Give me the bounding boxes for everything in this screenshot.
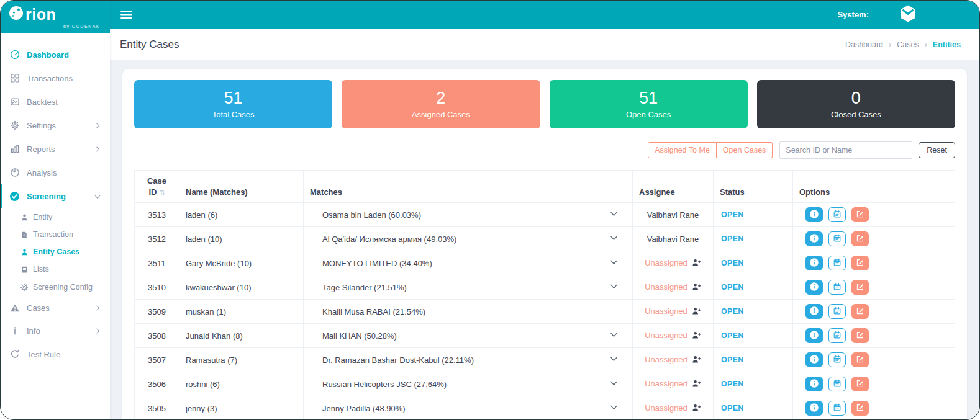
case-notes-button[interactable] (828, 352, 846, 367)
assignee-cell: Unassigned (633, 300, 714, 324)
case-notes-button[interactable] (828, 401, 846, 416)
sidebar-item-entity-cases[interactable]: Entity Cases (1, 243, 110, 261)
refresh-icon (9, 349, 20, 359)
case-details-button[interactable] (805, 328, 823, 343)
sidebar-item-test-rule[interactable]: Test Rule (1, 342, 110, 366)
expand-matches-icon[interactable] (609, 257, 619, 269)
sidebar-item-entity[interactable]: Entity (1, 208, 110, 226)
case-edit-button[interactable] (851, 207, 869, 222)
case-edit-button[interactable] (851, 304, 869, 319)
edit-icon (856, 331, 864, 341)
sidebar-item-label: Screening (27, 192, 66, 201)
brand-logo[interactable]: rion by CODENAK (1, 1, 110, 33)
status-badge: OPEN (714, 300, 793, 324)
sidebar-item-lists[interactable]: Lists (1, 261, 110, 278)
case-details-button[interactable] (805, 256, 823, 270)
case-notes-button[interactable] (828, 256, 846, 270)
reset-button[interactable]: Reset (919, 142, 955, 158)
case-name-cell: jenny (3) (179, 396, 304, 419)
expand-matches-icon[interactable] (609, 354, 619, 365)
sidebar-item-transactions[interactable]: Transactions (1, 66, 110, 90)
calendar-icon (833, 355, 842, 365)
system-label: System: (837, 10, 869, 19)
gear-icon (9, 120, 20, 130)
case-edit-button[interactable] (851, 231, 869, 246)
options-cell (793, 348, 955, 372)
breadcrumb-current: Entities (933, 40, 961, 49)
package-icon[interactable] (899, 4, 917, 25)
sidebar-item-reports[interactable]: Reports (1, 137, 110, 161)
case-details-button[interactable] (805, 377, 823, 391)
stat-label: Closed Cases (831, 110, 881, 119)
case-details-button[interactable] (805, 280, 823, 295)
expand-matches-icon[interactable] (609, 330, 619, 341)
case-edit-button[interactable] (851, 401, 869, 416)
expand-matches-icon[interactable] (609, 403, 619, 414)
assign-user-icon[interactable] (692, 332, 701, 341)
sidebar-item-screening-config[interactable]: Screening Config (1, 278, 110, 297)
sidebar-item-cases[interactable]: Cases (1, 297, 110, 319)
info-icon (809, 233, 819, 245)
sidebar-item-transaction[interactable]: Transaction (1, 226, 110, 243)
main-area: System: Entity Cases Dashboard›Cases›Ent… (110, 1, 979, 419)
stat-card-closed-cases[interactable]: 0Closed Cases (757, 80, 955, 128)
expand-matches-icon[interactable] (609, 378, 619, 390)
assign-user-icon[interactable] (692, 259, 701, 269)
sidebar-item-settings[interactable]: Settings (1, 114, 110, 137)
assignee-cell: Vaibhavi Rane (633, 203, 714, 227)
info-icon (809, 354, 819, 366)
sidebar-item-info[interactable]: Info (1, 319, 110, 342)
case-details-button[interactable] (805, 304, 823, 319)
case-notes-button[interactable] (828, 280, 846, 295)
sidebar-item-label: Reports (27, 145, 55, 154)
options-cell (793, 203, 955, 227)
expand-matches-icon[interactable] (609, 209, 619, 220)
edit-icon (856, 210, 864, 220)
hamburger-icon[interactable] (120, 10, 132, 19)
case-edit-button[interactable] (851, 280, 869, 295)
grid-icon (9, 73, 20, 83)
sidebar-item-dashboard[interactable]: Dashboard (1, 43, 110, 66)
case-notes-button[interactable] (828, 304, 846, 319)
breadcrumb-link-cases[interactable]: Cases (897, 40, 919, 49)
column-header-assignee: Assignee (633, 171, 714, 203)
case-details-button[interactable] (805, 231, 823, 246)
case-name-cell: Ramasutra (7) (179, 348, 304, 372)
case-details-button[interactable] (805, 207, 823, 222)
case-notes-button[interactable] (828, 231, 846, 246)
speedometer-icon (9, 50, 20, 60)
case-notes-button[interactable] (828, 207, 846, 222)
sidebar-item-backtest[interactable]: Backtest (1, 90, 110, 114)
sidebar-item-screening[interactable]: Screening (1, 184, 110, 208)
sidebar-item-label: Lists (33, 265, 49, 274)
assignee-name: Unassigned (645, 258, 687, 267)
case-notes-button[interactable] (828, 377, 846, 391)
stat-card-total-cases[interactable]: 51Total Cases (134, 80, 332, 128)
stat-card-open-cases[interactable]: 51Open Cases (550, 80, 748, 128)
expand-matches-icon[interactable] (609, 233, 619, 244)
case-edit-button[interactable] (851, 352, 869, 367)
assign-user-icon[interactable] (692, 404, 701, 414)
case-details-button[interactable] (805, 401, 823, 416)
case-details-button[interactable] (805, 352, 823, 367)
assign-user-icon[interactable] (692, 284, 701, 293)
column-header-case-id[interactable]: Case ID⇅ (135, 171, 179, 203)
assign-user-icon[interactable] (692, 308, 701, 317)
assigned-to-me-filter-button[interactable]: Assigned To Me (648, 142, 717, 158)
sort-icon[interactable]: ⇅ (159, 189, 165, 196)
case-edit-button[interactable] (851, 256, 869, 270)
options-cell (793, 251, 955, 275)
search-input[interactable] (779, 141, 912, 159)
stat-card-assigned-cases[interactable]: 2Assigned Cases (342, 80, 540, 128)
edit-icon (856, 355, 864, 365)
expand-matches-icon[interactable] (609, 282, 619, 293)
assign-user-icon[interactable] (692, 356, 701, 365)
case-edit-button[interactable] (851, 328, 869, 343)
open-cases-filter-button[interactable]: Open Cases (717, 142, 773, 158)
edit-icon (856, 282, 864, 293)
breadcrumb-link-dashboard[interactable]: Dashboard (845, 40, 883, 49)
case-notes-button[interactable] (828, 328, 846, 343)
case-edit-button[interactable] (851, 377, 869, 391)
assign-user-icon[interactable] (692, 380, 701, 390)
sidebar-item-analysis[interactable]: Analysis (1, 161, 110, 184)
